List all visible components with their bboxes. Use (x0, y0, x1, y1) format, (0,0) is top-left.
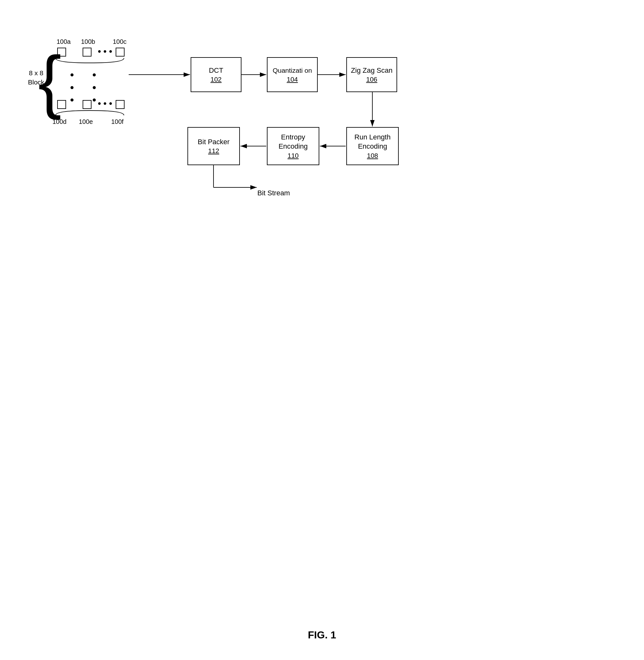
fig-label: FIG. 1 (308, 629, 336, 641)
pixel-box-e (83, 100, 92, 109)
label-100e: 100e (79, 118, 93, 125)
bit-packer-box: Bit Packer 112 (187, 127, 240, 165)
vert-dots: ●●● (70, 68, 74, 106)
dots-top: • • • (98, 46, 112, 56)
label-100f: 100f (111, 118, 123, 125)
pixel-box-b (83, 48, 92, 56)
bit-stream-label: Bit Stream (257, 189, 290, 197)
brace-top (52, 56, 127, 65)
quantization-box: Quantizati on 104 (267, 57, 318, 92)
run-length-box: Run Length Encoding 108 (346, 127, 399, 165)
label-100c: 100c (113, 38, 127, 45)
vert-dots2: ●●● (92, 68, 96, 106)
dots-bottom: • • • (98, 98, 112, 109)
brace-bottom (52, 109, 127, 117)
entropy-box: Entropy Encoding 110 (267, 127, 319, 165)
label-100b: 100b (81, 38, 95, 45)
dct-box: DCT 102 (191, 57, 242, 92)
zigzag-box: Zig Zag Scan 106 (346, 57, 397, 92)
block-size-label: 8 x 8Block (28, 68, 44, 87)
pixel-box-c (116, 48, 124, 56)
pixel-box-f (116, 100, 124, 109)
